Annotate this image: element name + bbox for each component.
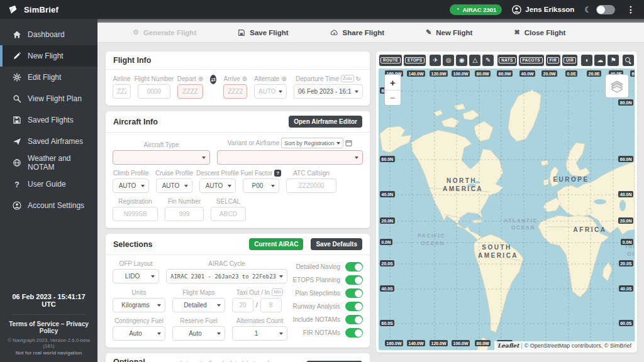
- save-defaults-button[interactable]: Save Defaults: [311, 238, 362, 250]
- lat-label: 40.0N: [380, 191, 395, 197]
- triangle-icon: △: [472, 57, 477, 63]
- user-menu[interactable]: Jens Eriksson: [512, 5, 574, 14]
- atc-callsign-input[interactable]: [286, 178, 336, 193]
- sidebar-item-saved-airframes[interactable]: Saved Airframes: [0, 131, 97, 152]
- map-waypoints-button[interactable]: △: [469, 55, 480, 66]
- sidebar-item-dashboard[interactable]: Dashboard: [0, 24, 97, 45]
- sidebar-item-account-settings[interactable]: Account Settings: [0, 195, 97, 216]
- climb-profile-select[interactable]: AUTO: [113, 178, 149, 193]
- help-icon[interactable]: ?: [274, 170, 281, 177]
- airac-badge[interactable]: ◔ AIRAC 2301: [450, 4, 502, 15]
- utc-clock: 06 Feb 2023 - 15:41:17 UTC: [6, 289, 91, 314]
- plan-stepclimbs-toggle[interactable]: [345, 288, 363, 298]
- flight-maps-select[interactable]: Detailed: [172, 298, 225, 312]
- fir-notams-toggle[interactable]: [345, 328, 363, 337]
- include-notams-toggle[interactable]: [345, 315, 363, 324]
- map-pacots-button[interactable]: PACOTS: [519, 55, 544, 66]
- open-airframe-editor-button[interactable]: Open Airframe Editor: [289, 116, 362, 128]
- map-search-button[interactable]: [623, 55, 634, 66]
- map-uir-button[interactable]: UIR: [562, 55, 577, 66]
- airline-input[interactable]: [113, 84, 131, 99]
- arrive-input[interactable]: [223, 84, 247, 99]
- lon-label: 120.0W: [430, 70, 448, 77]
- sidebar-item-label: Account Settings: [28, 201, 84, 210]
- units-select[interactable]: Kilograms: [113, 298, 165, 312]
- sidebar-item-view-flight-plan[interactable]: View Flight Plan: [0, 88, 97, 109]
- flight-maps-label: Flight Maps: [182, 289, 215, 296]
- reserve-fuel-select[interactable]: Auto: [172, 326, 225, 341]
- map-canvas[interactable]: NORTH AMERICA SOUTH AMERICA EUROPE AFRIC…: [379, 69, 635, 350]
- taxi-out-input[interactable]: [232, 298, 253, 312]
- map-winds-button[interactable]: ⚑: [608, 55, 619, 66]
- fin-number-input[interactable]: [165, 207, 204, 221]
- map-fixes-button[interactable]: ◉: [456, 55, 467, 66]
- share-flight-button[interactable]: Share Flight: [330, 29, 384, 36]
- new-flight-button[interactable]: ✎ New Flight: [426, 28, 472, 36]
- sidebar-item-user-guide[interactable]: ? User Guide: [0, 173, 97, 195]
- alternate-select[interactable]: AUTO: [254, 84, 287, 99]
- brand[interactable]: SimBrief: [8, 4, 58, 15]
- runway-analysis-label: Runway Analysis: [292, 303, 340, 310]
- airac-cycle-select[interactable]: AIRAC 2301 - 26Jan23 to 22Feb23: [166, 269, 287, 283]
- sidebar-item-new-flight[interactable]: New Flight: [0, 45, 97, 67]
- map-precip-button[interactable]: ◗: [581, 55, 592, 66]
- zoom-out-button[interactable]: −: [385, 90, 401, 105]
- climb-profile-field: Climb Profile AUTO: [113, 170, 149, 193]
- alternates-count-select[interactable]: 1: [232, 326, 287, 341]
- aircraft-type-select[interactable]: [113, 150, 210, 165]
- etops-planning-toggle[interactable]: [345, 275, 363, 285]
- map-route-button[interactable]: ROUTE: [379, 55, 402, 66]
- map-navaids-button[interactable]: ◎: [443, 55, 454, 66]
- map-nats-button[interactable]: NATS: [497, 55, 516, 66]
- depart-input[interactable]: [177, 84, 203, 99]
- map-draw-button[interactable]: ✎: [482, 55, 494, 66]
- dark-mode-toggle[interactable]: [596, 5, 615, 14]
- leaflet-link[interactable]: Leaflet: [497, 343, 519, 349]
- lon-label: 100.0W: [452, 340, 470, 346]
- map-etops-button[interactable]: ETOPS: [404, 55, 426, 66]
- runway-analysis-toggle[interactable]: [345, 302, 363, 311]
- map-clouds-button[interactable]: ☁: [594, 55, 606, 66]
- cruise-profile-select[interactable]: AUTO: [156, 178, 192, 193]
- detailed-navlog-toggle[interactable]: [345, 262, 363, 272]
- overflow-menu-icon[interactable]: ⋮: [625, 4, 636, 14]
- taxi-in-input[interactable]: [260, 298, 282, 312]
- include-notams-label: Include NOTAMs: [293, 316, 340, 323]
- fuel-factor-select[interactable]: P00: [243, 178, 279, 193]
- sidebar-item-weather-notam[interactable]: Weather and NOTAM: [0, 152, 97, 173]
- sort-select[interactable]: Sort by Registration: [281, 138, 343, 148]
- map-fir-button[interactable]: FIR: [546, 55, 560, 66]
- save-flight-button[interactable]: Save Flight: [238, 29, 288, 36]
- flight-number-input[interactable]: [138, 84, 170, 99]
- units-label: Units: [132, 289, 147, 296]
- atc-callsign-field: ATC Callsign: [286, 170, 336, 193]
- selcal-input[interactable]: [211, 207, 246, 221]
- variant-select[interactable]: [217, 150, 363, 165]
- zoom-in-button[interactable]: +: [385, 75, 401, 90]
- airac-badge-label: AIRAC 2301: [463, 6, 497, 13]
- refresh-icon[interactable]: ↻: [356, 75, 361, 82]
- ofp-layout-select[interactable]: LIDO: [113, 269, 159, 283]
- map-zoom-control: + −: [384, 74, 401, 106]
- label-north-america: NORTH: [447, 177, 477, 184]
- sidebar-item-saved-flights[interactable]: Saved Flights: [0, 109, 97, 131]
- contingency-fuel-select[interactable]: Auto: [113, 326, 165, 341]
- attribution-separator: |: [519, 343, 524, 349]
- departure-time-select[interactable]: 06 Feb 2023 - 16:15: [294, 84, 363, 99]
- close-flight-button[interactable]: ✖ Close Flight: [514, 28, 565, 36]
- arrive-label: Arrive⊕: [223, 75, 247, 82]
- generate-flight-button[interactable]: ⚙ Generate Flight: [133, 28, 196, 36]
- descent-profile-select[interactable]: AUTO: [199, 178, 236, 193]
- terms-link[interactable]: Terms of Service: [9, 321, 59, 327]
- swap-airports-icon[interactable]: ⇄: [210, 75, 216, 84]
- sidebar-item-label: New Flight: [28, 52, 64, 60]
- sidebar-item-edit-flight[interactable]: Edit Flight: [0, 67, 97, 88]
- calendar-icon[interactable]: [345, 140, 352, 146]
- map-layers-button[interactable]: [605, 74, 629, 98]
- lon-label: 160.0W: [385, 340, 403, 346]
- map-airports-button[interactable]: ✈: [430, 55, 441, 66]
- climb-profile-label: Climb Profile: [113, 170, 149, 177]
- departure-time-field: Departure TimeZulu↻ 06 Feb 2023 - 16:15: [294, 75, 363, 99]
- registration-input[interactable]: [113, 207, 158, 221]
- current-airac-button[interactable]: Current AIRAC: [249, 238, 303, 250]
